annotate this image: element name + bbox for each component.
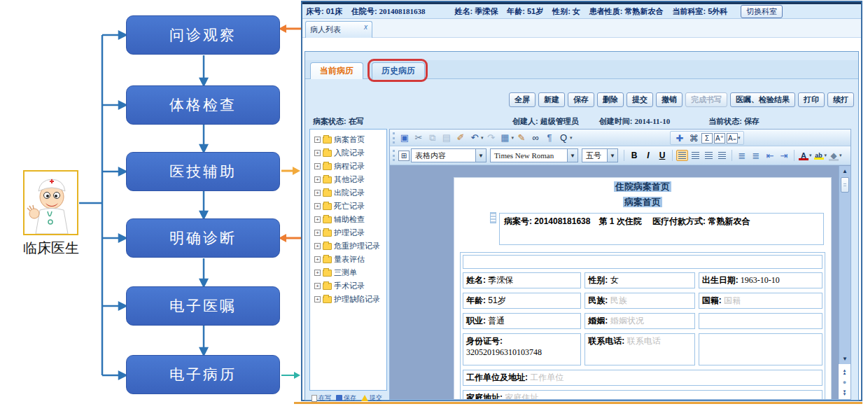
style-combo[interactable]: 表格内容▼: [411, 148, 486, 162]
toolbar-grip[interactable]: [393, 150, 395, 161]
tree-item-手术记录[interactable]: +手术记录: [310, 279, 386, 293]
tree-item-量表评估[interactable]: +量表评估: [310, 253, 386, 266]
scrollbar-track[interactable]: ▲ ▼: [839, 166, 850, 364]
increase-indent-icon[interactable]: ⇥: [778, 149, 790, 162]
expand-icon[interactable]: +: [314, 256, 321, 263]
chevron-down-icon[interactable]: ▾: [512, 135, 514, 141]
tree-item-辅助检查[interactable]: +辅助检查: [310, 213, 386, 226]
pilcrow-icon[interactable]: ¶: [543, 132, 556, 144]
form-cell[interactable]: 姓名: 季溁保: [463, 272, 581, 288]
scroll-down-icon[interactable]: ▼: [839, 356, 850, 362]
tree-item-其他记录[interactable]: +其他记录: [310, 173, 386, 186]
tree-item-出院记录[interactable]: +出院记录: [310, 186, 386, 200]
sigma-box-icon[interactable]: Σ: [701, 133, 713, 144]
tab-patient-list[interactable]: 病人列表 x: [305, 21, 372, 38]
tree-item-三测单[interactable]: +三测单: [310, 266, 386, 279]
copy-icon[interactable]: ⧉: [426, 132, 439, 144]
form-cell[interactable]: 性别: 女: [584, 272, 694, 288]
flow-node-5[interactable]: 电子医嘱: [126, 286, 280, 326]
tab-history-record[interactable]: 历史病历: [372, 62, 425, 79]
form-cell[interactable]: 联系电话: 联系电话: [584, 333, 694, 365]
chevron-down-icon[interactable]: ▼: [475, 149, 486, 162]
chevron-down-icon[interactable]: ▼: [607, 149, 617, 162]
form-cell[interactable]: 民族: 民族: [584, 293, 694, 309]
zoom-icon[interactable]: Q: [557, 132, 570, 144]
tree-item-病程记录[interactable]: +病程记录: [310, 160, 386, 173]
vertical-scrollbar[interactable]: ▲ ▼ ▲▲ ● ▼▼: [839, 166, 850, 399]
tree-item-危重护理记录[interactable]: +危重护理记录: [310, 239, 386, 253]
expand-icon[interactable]: +: [314, 150, 321, 156]
table-handle-icon[interactable]: [490, 212, 496, 223]
font-combo[interactable]: Times New Roman▼: [490, 148, 578, 162]
decrease-indent-icon[interactable]: ⇤: [764, 149, 776, 162]
form-cell[interactable]: [699, 333, 822, 365]
shading-color-icon[interactable]: ◆: [828, 151, 839, 160]
toolbar-grip[interactable]: [393, 132, 395, 144]
删除-button[interactable]: 删除: [597, 92, 624, 107]
form-cell[interactable]: 出生日期: 1963-10-10: [699, 272, 822, 288]
form-cell[interactable]: 家庭地址: 家庭住址: [463, 390, 822, 399]
toolbar-overflow-icon[interactable]: ▾: [738, 135, 741, 141]
font-size-combo[interactable]: 五号▼: [582, 148, 618, 162]
pencil-icon[interactable]: ✎: [515, 132, 528, 144]
form-cell[interactable]: 年龄: 51岁: [463, 293, 581, 309]
align-right-icon[interactable]: [703, 150, 715, 161]
save-icon[interactable]: ▣: [398, 132, 411, 144]
全屏-button[interactable]: 全屏: [509, 92, 536, 107]
chevron-down-icon[interactable]: ▼: [567, 149, 578, 162]
expand-icon[interactable]: +: [314, 283, 321, 289]
add-icon[interactable]: ✚: [673, 132, 686, 144]
tree-item-护理记录[interactable]: +护理记录: [310, 226, 386, 239]
paste-icon[interactable]: ▤: [440, 132, 453, 144]
flow-node-2[interactable]: 体格检查: [126, 85, 280, 125]
expand-icon[interactable]: +: [314, 230, 321, 236]
chevron-down-icon[interactable]: ▾: [839, 153, 842, 158]
form-cell[interactable]: 职业: 普通: [463, 313, 581, 329]
empty-form-row[interactable]: [463, 255, 822, 269]
chevron-down-icon[interactable]: ▾: [481, 135, 484, 141]
保存-button[interactable]: 保存: [568, 92, 594, 107]
scrollbar-thumb[interactable]: [841, 177, 849, 193]
expand-icon[interactable]: +: [314, 296, 321, 302]
flow-node-1[interactable]: 问诊观察: [126, 15, 280, 55]
form-cell[interactable]: 国籍: 国籍: [699, 293, 822, 309]
align-justify-icon[interactable]: [716, 150, 728, 161]
flow-node-4[interactable]: 明确诊断: [126, 218, 280, 258]
tree-item-护理缺陷记录[interactable]: +护理缺陷记录: [310, 293, 386, 306]
新建-button[interactable]: 新建: [538, 92, 565, 107]
expand-icon[interactable]: +: [314, 270, 321, 276]
医嘱、检验结果-button[interactable]: 医嘱、检验结果: [730, 92, 795, 107]
chevron-down-icon[interactable]: ▾: [825, 153, 827, 158]
undo-icon[interactable]: ↶: [468, 132, 481, 144]
highlight-color-icon[interactable]: ab: [813, 152, 825, 159]
提交-button[interactable]: 提交: [626, 92, 653, 107]
tree-item-入院记录[interactable]: +入院记录: [310, 146, 386, 160]
close-icon[interactable]: x: [364, 23, 368, 31]
form-cell[interactable]: 工作单位及地址: 工作单位: [463, 370, 822, 386]
expand-icon[interactable]: +: [314, 190, 321, 196]
bulleted-list-icon[interactable]: ≣: [750, 149, 762, 162]
expand-icon[interactable]: +: [314, 176, 321, 183]
chevron-down-icon[interactable]: ▾: [809, 153, 812, 158]
flow-node-6[interactable]: 电子病历: [126, 355, 280, 394]
续打-button[interactable]: 续打: [827, 92, 854, 107]
format-painter-icon[interactable]: ✐: [454, 132, 467, 144]
打印-button[interactable]: 打印: [798, 92, 825, 107]
italic-icon[interactable]: I: [642, 149, 654, 162]
redo-icon[interactable]: ↷: [485, 132, 498, 144]
table-icon[interactable]: ▦: [499, 132, 512, 144]
numbered-list-icon[interactable]: ≣: [736, 149, 748, 162]
form-cell[interactable]: 身份证号: 320520196310103748: [463, 333, 581, 365]
binoculars-icon[interactable]: ∞: [529, 132, 542, 144]
switch-department-button[interactable]: 切换科室: [741, 5, 783, 18]
expand-icon[interactable]: +: [314, 163, 321, 169]
select-browse-object-icon[interactable]: ●: [843, 379, 846, 386]
expand-icon[interactable]: +: [314, 243, 321, 249]
tree-item-病案首页[interactable]: +病案首页: [310, 133, 386, 146]
align-left-icon[interactable]: [676, 150, 688, 161]
next-page-icon[interactable]: ▼▼: [843, 390, 847, 396]
grid-toggle-icon[interactable]: ⊞: [398, 151, 410, 161]
form-cell[interactable]: [699, 313, 822, 329]
document-page[interactable]: 住院病案首页 病案首页 病案号: 201408181638 第 1 次住院 医疗…: [454, 177, 832, 399]
field-a1-icon[interactable]: A⁺: [714, 133, 725, 144]
